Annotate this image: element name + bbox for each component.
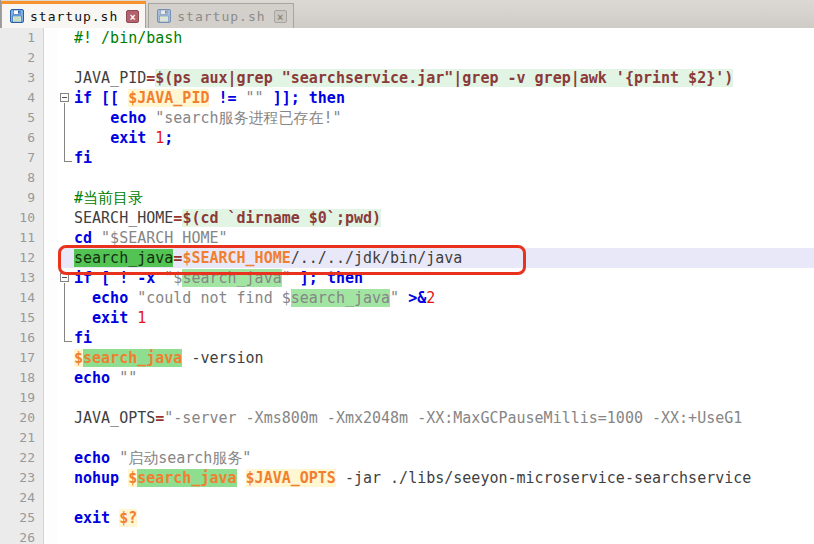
- fold-collapse-icon[interactable]: [60, 273, 69, 282]
- line-number: 18: [0, 368, 44, 388]
- code-line-text[interactable]: if [[ $JAVA_PID != "" ]]; then: [74, 88, 814, 108]
- fold-line: [64, 288, 65, 308]
- code-line[interactable]: 26: [0, 528, 814, 544]
- code-line-text[interactable]: echo "": [74, 368, 814, 388]
- code-line[interactable]: 20JAVA_OPTS="-server -Xms800m -Xmx2048m …: [0, 408, 814, 428]
- fold-margin: [44, 308, 58, 328]
- code-line-text[interactable]: #! /bin/bash: [74, 28, 814, 48]
- line-number: 2: [0, 48, 44, 68]
- code-line[interactable]: 14 echo "could not find $search_java" >&…: [0, 288, 814, 308]
- tab-startup-sh-active[interactable]: startup.sh ×: [1, 1, 146, 28]
- close-icon[interactable]: ×: [126, 10, 139, 23]
- code-line[interactable]: 6 exit 1;: [0, 128, 814, 148]
- code-line[interactable]: 2: [0, 48, 814, 68]
- code-line-text[interactable]: [74, 48, 814, 68]
- code-line[interactable]: 3JAVA_PID=$(ps aux|grep "searchservice.j…: [0, 68, 814, 88]
- code-line[interactable]: 24: [0, 488, 814, 508]
- code-line-text[interactable]: cd "$SEARCH_HOME": [74, 228, 814, 248]
- fold-margin: [44, 248, 58, 268]
- code-line-text[interactable]: nohup $search_java $JAVA_OPTS -jar ./lib…: [74, 468, 814, 488]
- line-number: 25: [0, 508, 44, 528]
- code-line[interactable]: 4if [[ $JAVA_PID != "" ]]; then: [0, 88, 814, 108]
- fold-margin: [44, 168, 58, 188]
- fold-marker-column: [58, 368, 74, 388]
- token-op: =: [146, 69, 155, 87]
- code-line-text[interactable]: echo "启动search服务": [74, 448, 814, 468]
- token-plain: JAVA_OPTS: [74, 409, 155, 427]
- token-plain: [336, 469, 345, 487]
- save-icon: [157, 9, 171, 23]
- fold-line: [64, 108, 65, 128]
- code-line[interactable]: 17$search_java -version: [0, 348, 814, 368]
- line-number: 20: [0, 408, 44, 428]
- code-line-text[interactable]: exit 1;: [74, 128, 814, 148]
- line-number: 22: [0, 448, 44, 468]
- fold-marker-column: [58, 128, 74, 148]
- code-line-text[interactable]: [74, 528, 814, 544]
- tab-label: startup.sh: [177, 9, 265, 24]
- token-kw: ]: [300, 269, 309, 287]
- code-line-text[interactable]: [74, 168, 814, 188]
- token-kw: nohup: [74, 469, 119, 487]
- code-line[interactable]: 13if [ ! -x "$search_java" ]; then: [0, 268, 814, 288]
- fold-end-icon: [64, 148, 72, 162]
- code-line[interactable]: 23nohup $search_java $JAVA_OPTS -jar ./l…: [0, 468, 814, 488]
- token-op: =: [155, 409, 164, 427]
- code-line-text[interactable]: JAVA_OPTS="-server -Xms800m -Xmx2048m -X…: [74, 408, 814, 428]
- fold-marker-column: [58, 348, 74, 368]
- code-line[interactable]: 18echo "": [0, 368, 814, 388]
- fold-marker-column: [58, 288, 74, 308]
- code-line[interactable]: 16fi: [0, 328, 814, 348]
- token-plain: JAVA_PID: [74, 69, 146, 87]
- code-line-text[interactable]: $search_java -version: [74, 348, 814, 368]
- code-line-text[interactable]: JAVA_PID=$(ps aux|grep "searchservice.ja…: [74, 68, 814, 88]
- fold-collapse-icon[interactable]: [60, 93, 69, 102]
- token-plain: [92, 89, 101, 107]
- code-line[interactable]: 9#当前目录: [0, 188, 814, 208]
- code-line[interactable]: 11cd "$SEARCH_HOME": [0, 228, 814, 248]
- token-str: "": [119, 369, 137, 387]
- code-line-text[interactable]: if [ ! -x "$search_java" ]; then: [74, 268, 814, 288]
- tab-bar: startup.sh × startup.sh ×: [1, 0, 814, 28]
- fold-margin: [44, 468, 58, 488]
- code-line[interactable]: 12search_java=$SEARCH_HOME/../../jdk/bin…: [0, 248, 814, 268]
- fold-marker-column: [58, 308, 74, 328]
- code-line-text[interactable]: exit $?: [74, 508, 814, 528]
- code-line-text[interactable]: fi: [74, 328, 814, 348]
- code-line[interactable]: 25exit $?: [0, 508, 814, 528]
- fold-marker-column: [58, 68, 74, 88]
- code-line[interactable]: 19: [0, 388, 814, 408]
- token-plain: [209, 89, 218, 107]
- token-str: "could not find $: [137, 289, 291, 307]
- code-line[interactable]: 5 echo "search服务进程已存在!": [0, 108, 814, 128]
- token-plain: [110, 509, 119, 527]
- token-var: $: [128, 469, 137, 487]
- code-line[interactable]: 10SEARCH_HOME=$(cd `dirname $0`;pwd): [0, 208, 814, 228]
- code-line-text[interactable]: SEARCH_HOME=$(cd `dirname $0`;pwd): [74, 208, 814, 228]
- token-kw: ;: [164, 129, 173, 147]
- code-line-text[interactable]: search_java=$SEARCH_HOME/../../jdk/bin/j…: [74, 248, 814, 268]
- code-line-text[interactable]: echo "search服务进程已存在!": [74, 108, 814, 128]
- code-line[interactable]: 22echo "启动search服务": [0, 448, 814, 468]
- code-line-text[interactable]: fi: [74, 148, 814, 168]
- code-line-text[interactable]: #当前目录: [74, 188, 814, 208]
- code-line-text[interactable]: exit 1: [74, 308, 814, 328]
- code-line-text[interactable]: [74, 428, 814, 448]
- token-strhl: search_java: [182, 269, 281, 287]
- close-icon[interactable]: ×: [274, 10, 287, 23]
- code-line[interactable]: 15 exit 1: [0, 308, 814, 328]
- token-kw: -x: [137, 269, 155, 287]
- code-line-text[interactable]: [74, 488, 814, 508]
- token-numtok: 1: [155, 129, 164, 147]
- code-line-text[interactable]: echo "could not find $search_java" >&2: [74, 288, 814, 308]
- line-number: 23: [0, 468, 44, 488]
- code-line-text[interactable]: [74, 388, 814, 408]
- code-line[interactable]: 7fi: [0, 148, 814, 168]
- fold-marker-column: [58, 488, 74, 508]
- code-line[interactable]: 1#! /bin/bash: [0, 28, 814, 48]
- token-plain: [128, 269, 137, 287]
- code-line[interactable]: 8: [0, 168, 814, 188]
- token-kw: echo: [74, 369, 110, 387]
- tab-startup-sh-inactive[interactable]: startup.sh ×: [148, 3, 293, 28]
- code-line[interactable]: 21: [0, 428, 814, 448]
